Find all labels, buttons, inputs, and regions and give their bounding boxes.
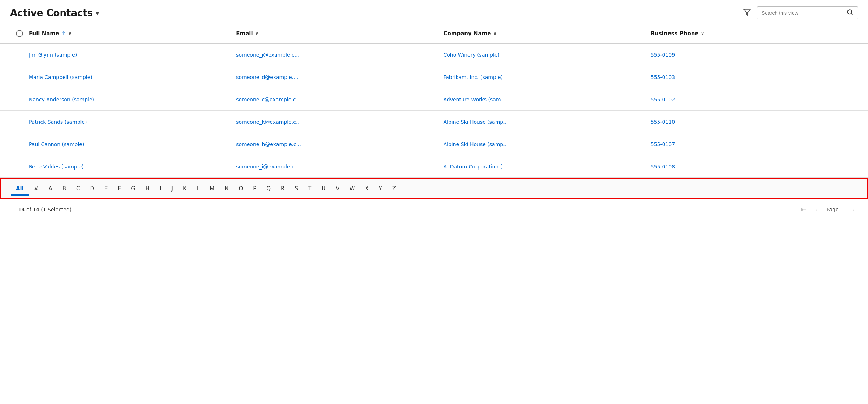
table-row: Jim Glynn (sample) someone_j@example.c..… (0, 44, 868, 66)
alpha-item-e[interactable]: E (99, 183, 113, 195)
company-link[interactable]: Adventure Works (sam... (444, 97, 506, 102)
alpha-item-r[interactable]: R (276, 183, 289, 195)
company-link[interactable]: Alpine Ski House (samp... (444, 119, 508, 125)
alpha-item-d[interactable]: D (85, 183, 100, 195)
alpha-item-l[interactable]: L (192, 183, 205, 195)
cell-phone: 555-0109 (651, 47, 858, 63)
cell-email: someone_k@example.c... (236, 114, 443, 130)
col-header-email[interactable]: Email ∨ (236, 24, 443, 43)
pagination: ⇤ ← Page 1 → (799, 204, 858, 215)
alpha-item-a[interactable]: A (43, 183, 57, 195)
alpha-item-c[interactable]: C (71, 183, 85, 195)
page-title: Active Contacts (10, 8, 93, 18)
alpha-item-all[interactable]: All (11, 183, 29, 195)
fullname-link[interactable]: Nancy Anderson (sample) (29, 97, 94, 102)
phone-link[interactable]: 555-0108 (651, 164, 675, 170)
filter-icon[interactable] (743, 8, 751, 18)
col-header-fullname[interactable]: Full Name ↑ ∨ (29, 24, 236, 43)
col-company-label: Company Name (444, 30, 491, 37)
cell-company: Adventure Works (sam... (444, 92, 651, 107)
alpha-item-x[interactable]: X (360, 183, 374, 195)
sort-asc-icon: ↑ (61, 30, 66, 37)
alpha-item-y[interactable]: Y (374, 183, 387, 195)
fullname-link[interactable]: Maria Campbell (sample) (29, 74, 92, 80)
alpha-item-o[interactable]: O (234, 183, 248, 195)
table-row: Paul Cannon (sample) someone_h@example.c… (0, 133, 868, 155)
first-page-button[interactable]: ⇤ (799, 204, 808, 215)
search-input[interactable] (762, 10, 844, 16)
alpha-item-b[interactable]: B (57, 183, 71, 195)
sort-desc-icon: ∨ (68, 31, 72, 36)
cell-fullname: Paul Cannon (sample) (29, 136, 236, 152)
col-header-phone[interactable]: Business Phone ∨ (651, 24, 858, 43)
phone-link[interactable]: 555-0102 (651, 97, 675, 102)
svg-line-2 (851, 13, 852, 14)
alpha-item-h[interactable]: H (140, 183, 154, 195)
phone-link[interactable]: 555-0109 (651, 52, 675, 58)
fullname-link[interactable]: Patrick Sands (sample) (29, 119, 87, 125)
svg-marker-0 (744, 9, 750, 15)
company-link[interactable]: Fabrikam, Inc. (sample) (444, 74, 503, 80)
footer: 1 - 14 of 14 (1 Selected) ⇤ ← Page 1 → (0, 199, 868, 220)
title-dropdown-icon[interactable]: ▾ (96, 9, 99, 17)
email-link[interactable]: someone_j@example.c... (236, 52, 299, 58)
select-all-checkbox[interactable] (16, 30, 23, 37)
fullname-link[interactable]: Rene Valdes (sample) (29, 164, 84, 170)
company-link[interactable]: Alpine Ski House (samp... (444, 141, 508, 147)
page-header: Active Contacts ▾ (0, 0, 868, 24)
company-sort-icon: ∨ (493, 31, 497, 36)
alpha-item-g[interactable]: G (126, 183, 140, 195)
email-link[interactable]: someone_c@example.c... (236, 97, 301, 102)
phone-link[interactable]: 555-0110 (651, 119, 675, 125)
alpha-item-z[interactable]: Z (387, 183, 401, 195)
phone-link[interactable]: 555-0103 (651, 74, 675, 80)
alpha-item-u[interactable]: U (317, 183, 331, 195)
cell-phone: 555-0108 (651, 159, 858, 175)
alpha-item-p[interactable]: P (248, 183, 261, 195)
search-icon (847, 9, 853, 17)
alpha-item-w[interactable]: W (344, 183, 360, 195)
alpha-item-t[interactable]: T (303, 183, 317, 195)
cell-phone: 555-0103 (651, 69, 858, 85)
email-link[interactable]: someone_k@example.c... (236, 119, 301, 125)
cell-fullname: Rene Valdes (sample) (29, 159, 236, 175)
next-page-button[interactable]: → (847, 205, 858, 215)
email-sort-icon: ∨ (255, 31, 259, 36)
table-body: Jim Glynn (sample) someone_j@example.c..… (0, 44, 868, 178)
fullname-link[interactable]: Jim Glynn (sample) (29, 52, 77, 58)
cell-fullname: Patrick Sands (sample) (29, 114, 236, 130)
col-header-company[interactable]: Company Name ∨ (444, 24, 651, 43)
table-row: Patrick Sands (sample) someone_k@example… (0, 111, 868, 133)
alpha-item-n[interactable]: N (219, 183, 234, 195)
cell-email: someone_c@example.c... (236, 92, 443, 107)
phone-sort-icon: ∨ (701, 31, 705, 36)
email-link[interactable]: someone_d@example.... (236, 74, 298, 80)
page-label: Page 1 (826, 207, 843, 212)
email-link[interactable]: someone_i@example.c... (236, 164, 299, 170)
search-box[interactable] (757, 6, 858, 19)
alpha-item-m[interactable]: M (205, 183, 219, 195)
alpha-item-f[interactable]: F (113, 183, 126, 195)
cell-fullname: Nancy Anderson (sample) (29, 92, 236, 107)
cell-phone: 555-0107 (651, 136, 858, 152)
title-area: Active Contacts ▾ (10, 8, 99, 18)
alpha-bar: All#ABCDEFGHIJKLMNOPQRSTUVWXYZ (1, 179, 867, 198)
fullname-link[interactable]: Paul Cannon (sample) (29, 141, 84, 147)
cell-company: Fabrikam, Inc. (sample) (444, 69, 651, 85)
header-right (743, 6, 858, 19)
phone-link[interactable]: 555-0107 (651, 141, 675, 147)
cell-fullname: Jim Glynn (sample) (29, 47, 236, 63)
col-fullname-label: Full Name (29, 30, 59, 37)
alpha-item-i[interactable]: I (154, 183, 166, 195)
alpha-item-v[interactable]: V (331, 183, 344, 195)
alpha-item-q[interactable]: Q (261, 183, 276, 195)
cell-fullname: Maria Campbell (sample) (29, 69, 236, 85)
email-link[interactable]: someone_h@example.c... (236, 141, 301, 147)
alpha-item-s[interactable]: S (290, 183, 304, 195)
alpha-item-#[interactable]: # (29, 183, 44, 195)
company-link[interactable]: Coho Winery (sample) (444, 52, 500, 58)
company-link[interactable]: A. Datum Corporation (... (444, 164, 507, 170)
alpha-item-j[interactable]: J (166, 183, 178, 195)
alpha-item-k[interactable]: K (178, 183, 192, 195)
prev-page-button[interactable]: ← (812, 205, 823, 215)
